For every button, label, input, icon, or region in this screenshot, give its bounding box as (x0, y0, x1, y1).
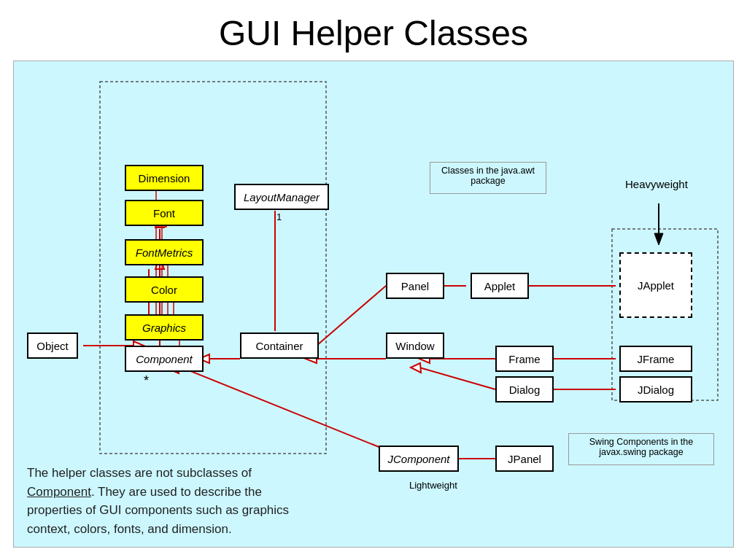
svg-line-39 (419, 368, 495, 389)
dialog-box: Dialog (495, 376, 554, 402)
component-box: Component (125, 346, 204, 372)
jpanel-box: JPanel (495, 446, 554, 472)
color-box: Color (125, 276, 204, 303)
bottom-description: The helper classes are not subclasses of… (27, 464, 304, 538)
star-label: * (144, 373, 149, 389)
heavyweight-label: Heavyweight (625, 178, 688, 190)
page-title: GUI Helper Classes (0, 0, 747, 61)
frame-box: Frame (495, 346, 554, 372)
swing-info-box: Swing Components in the javax.swing pack… (568, 433, 714, 465)
panel-box: Panel (386, 273, 444, 299)
fontmetrics-box: FontMetrics (125, 239, 204, 265)
layoutmanager-box: LayoutManager (234, 184, 329, 210)
one-label: 1 (276, 211, 282, 222)
japplet-box: JApplet (619, 252, 692, 318)
graphics-box: Graphics (125, 314, 204, 341)
svg-marker-48 (654, 233, 663, 245)
font-box: Font (125, 200, 204, 226)
component-underline: Component (27, 485, 91, 499)
object-box: Object (27, 332, 78, 359)
diagram-container: Object Dimension Font FontMetrics Color … (13, 61, 734, 548)
jdialog-box: JDialog (619, 376, 692, 402)
applet-box: Applet (471, 273, 529, 299)
awt-info-box: Classes in the java.awt package (430, 162, 546, 194)
jframe-box: JFrame (619, 346, 692, 372)
lightweight-label: Lightweight (409, 480, 457, 491)
svg-rect-0 (100, 82, 326, 454)
window-box: Window (386, 332, 444, 359)
svg-line-43 (182, 368, 408, 459)
jcomponent-box: JComponent (379, 446, 459, 472)
dimension-box: Dimension (125, 165, 204, 191)
container-box: Container (240, 332, 319, 359)
svg-line-27 (317, 286, 386, 346)
svg-marker-40 (411, 363, 421, 373)
